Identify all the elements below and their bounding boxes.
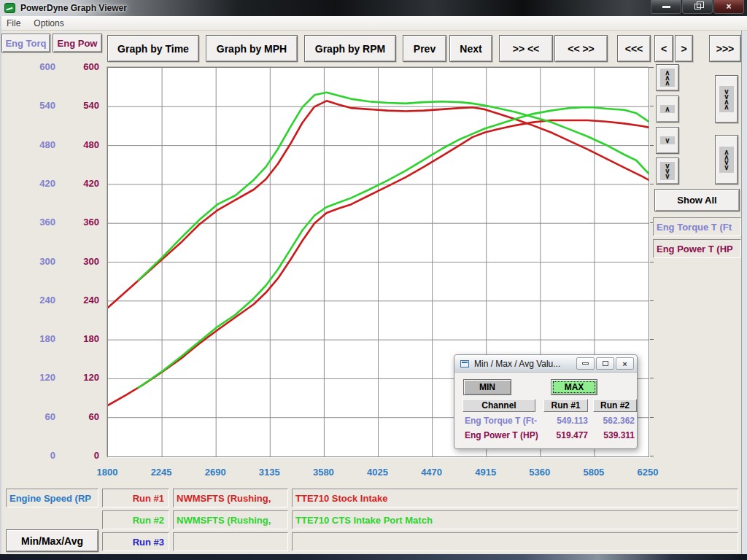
min-button[interactable]: MIN bbox=[463, 379, 511, 395]
app-icon bbox=[4, 3, 15, 13]
zoom-out-vertical-button[interactable]: ∧∧∨∨ bbox=[715, 135, 738, 184]
y-tick-torque-420: 420 bbox=[22, 178, 55, 190]
legend-power-field: Eng Power T (HP bbox=[653, 239, 741, 258]
x-tick-4915: 4915 bbox=[466, 467, 506, 478]
scroll-up-button[interactable]: ∧ bbox=[656, 96, 679, 122]
app-window: { "window": { "title": "PowerDyne Graph … bbox=[0, 0, 747, 560]
y-tick-power-420: 420 bbox=[66, 178, 99, 190]
run-description-1: TTE710 Stock Intake bbox=[292, 489, 738, 508]
y-tick-power-600: 600 bbox=[66, 61, 99, 73]
y-tick-power-0: 0 bbox=[66, 450, 99, 462]
x-tick-2245: 2245 bbox=[142, 467, 181, 478]
y-tick-torque-360: 360 bbox=[22, 217, 55, 228]
x-tick-6250: 6250 bbox=[628, 467, 667, 478]
scroll-down-button[interactable]: ∨ bbox=[656, 127, 679, 154]
window-title: PowerDyne Graph Viewer bbox=[20, 3, 127, 13]
x-channel-field: Engine Speed (RP bbox=[6, 489, 98, 508]
run-label-1: Run #1 bbox=[102, 489, 169, 508]
minmax-header-channel: Channel bbox=[462, 399, 535, 412]
y-tick-power-360: 360 bbox=[66, 217, 99, 228]
y-tick-power-60: 60 bbox=[66, 411, 99, 423]
toolbar-button-btn[interactable]: << >> bbox=[554, 35, 608, 62]
x-tick-3580: 3580 bbox=[303, 467, 343, 478]
y-tick-torque-120: 120 bbox=[22, 372, 55, 384]
toolbar-button-next[interactable]: Next bbox=[449, 35, 492, 62]
zoom-in-vertical-button[interactable]: ∨∨∧∧ bbox=[715, 75, 738, 123]
x-tick-4470: 4470 bbox=[412, 467, 452, 478]
y-tick-torque-480: 480 bbox=[22, 139, 55, 151]
show-all-button[interactable]: Show All bbox=[654, 189, 740, 211]
toolbar-button-graph-by-time[interactable]: Graph by Time bbox=[107, 35, 199, 62]
minmax-minimize-icon[interactable] bbox=[576, 357, 595, 370]
right-axis-tick bbox=[649, 184, 654, 184]
right-axis-tick bbox=[649, 417, 654, 418]
power-channel-button[interactable]: Eng Pow bbox=[53, 34, 102, 52]
minmax-channel-1: Eng Torque T (Ft- bbox=[465, 415, 549, 427]
minmax-run1-value-1: 549.113 bbox=[548, 415, 588, 427]
minmax-close-icon[interactable]: × bbox=[616, 357, 634, 370]
y-tick-power-300: 300 bbox=[66, 256, 99, 268]
y-tick-power-480: 480 bbox=[66, 139, 99, 151]
y-tick-torque-540: 540 bbox=[22, 100, 55, 112]
toolbar-button-btn[interactable]: < bbox=[654, 35, 673, 62]
close-icon[interactable]: × bbox=[713, 0, 744, 14]
x-tick-2690: 2690 bbox=[196, 467, 235, 478]
max-button[interactable]: MAX bbox=[551, 379, 597, 395]
minmax-run2-value-1: 562.362 bbox=[595, 415, 635, 427]
y-tick-power-120: 120 bbox=[66, 372, 99, 384]
right-axis-tick bbox=[649, 339, 654, 340]
right-axis-tick bbox=[649, 456, 654, 456]
minmax-restore-icon[interactable] bbox=[596, 357, 614, 370]
torque-channel-button[interactable]: Eng Torq bbox=[1, 34, 50, 52]
y-tick-power-240: 240 bbox=[66, 295, 99, 306]
right-axis-tick bbox=[649, 67, 654, 68]
minmax-run2-value-2: 539.311 bbox=[595, 429, 635, 441]
scroll-up-fast-button[interactable]: ∧∧∧ bbox=[656, 64, 679, 91]
minmax-window-icon bbox=[460, 360, 469, 368]
toolbar-button-graph-by-rpm[interactable]: Graph by RPM bbox=[304, 35, 396, 62]
title-bar: PowerDyne Graph Viewer × bbox=[0, 0, 747, 16]
minimize-icon[interactable] bbox=[651, 0, 681, 14]
minmax-title-bar[interactable]: Min / Max / Avg Valu... × bbox=[454, 355, 637, 373]
minmax-header-run2: Run #2 bbox=[593, 399, 637, 412]
toolbar-button-btn[interactable]: >>> bbox=[709, 35, 741, 62]
run-file-3 bbox=[173, 532, 288, 551]
curve-run-2-eng-power-hp bbox=[139, 107, 649, 388]
scroll-down-fast-button[interactable]: ∨∨∨ bbox=[656, 158, 679, 184]
menu-file[interactable]: File bbox=[0, 17, 27, 30]
run-file-2: NWMSFTS (Rushing, bbox=[173, 510, 288, 529]
y-tick-torque-180: 180 bbox=[22, 333, 55, 345]
right-axis-tick bbox=[649, 106, 654, 106]
toolbar-button-btn[interactable]: <<< bbox=[617, 35, 651, 62]
minmax-window-title: Min / Max / Avg Valu... bbox=[474, 359, 560, 369]
right-axis-tick bbox=[649, 378, 654, 378]
y-tick-power-540: 540 bbox=[66, 100, 99, 112]
y-tick-torque-240: 240 bbox=[22, 295, 55, 306]
menu-bar: File Options bbox=[0, 16, 747, 31]
legend-torque-field: Eng Torque T (Ft bbox=[653, 217, 741, 236]
right-axis-tick bbox=[649, 262, 654, 262]
minmax-run1-value-2: 519.477 bbox=[548, 429, 588, 441]
toolbar-button-btn[interactable]: >> << bbox=[499, 35, 553, 62]
toolbar-button-prev[interactable]: Prev bbox=[403, 35, 446, 62]
minmax-channel-2: Eng Power T (HP) bbox=[465, 429, 549, 441]
menu-options[interactable]: Options bbox=[27, 17, 70, 30]
run-description-2: TTE710 CTS Intake Port Match bbox=[292, 510, 738, 529]
run-file-1: NWMSFTS (Rushing, bbox=[173, 489, 288, 508]
restore-icon[interactable] bbox=[682, 0, 713, 14]
window-left-frame bbox=[0, 16, 1, 560]
toolbar-button-btn[interactable]: > bbox=[675, 35, 693, 62]
run-label-3: Run #3 bbox=[102, 532, 169, 551]
right-axis-tick bbox=[649, 145, 654, 146]
x-tick-4025: 4025 bbox=[358, 467, 398, 478]
minmaxavg-button[interactable]: Min/Max/Avg bbox=[6, 529, 98, 552]
x-tick-5360: 5360 bbox=[520, 467, 560, 478]
minmax-window: Min / Max / Avg Valu... × MIN MAX Channe… bbox=[454, 354, 638, 449]
toolbar-button-graph-by-mph[interactable]: Graph by MPH bbox=[206, 35, 298, 62]
minmax-header-run1: Run #1 bbox=[543, 399, 588, 412]
right-axis-tick bbox=[649, 300, 654, 301]
y-tick-torque-600: 600 bbox=[22, 61, 55, 73]
y-tick-torque-0: 0 bbox=[22, 450, 55, 462]
x-tick-5805: 5805 bbox=[574, 467, 614, 478]
y-tick-torque-60: 60 bbox=[22, 411, 55, 423]
